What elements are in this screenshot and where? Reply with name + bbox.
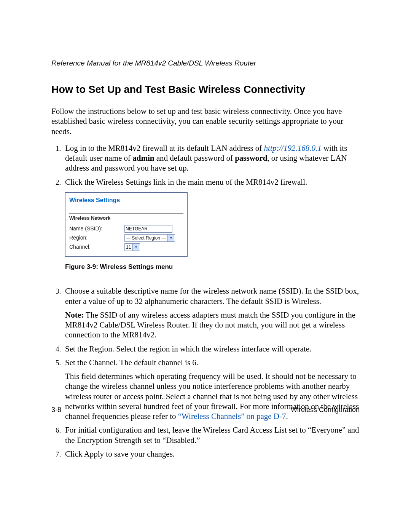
default-password: password [235,153,267,163]
manual-page: Reference Manual for the MR814v2 Cable/D… [0,0,411,532]
step-3: Choose a suitable descriptive name for t… [63,286,360,340]
region-select[interactable]: — Select Region — ▾ [124,234,175,242]
step-1-text-mid2: and default password of [154,153,235,163]
running-head: Reference Manual for the MR814v2 Cable/D… [51,59,360,67]
chapter-title: Wireless Configuration [291,406,360,414]
step-2: Click the Wireless Settings link in the … [63,177,360,271]
note-label: Note: [65,310,84,320]
step-6: For initial configuration and test, leav… [63,425,360,445]
step-4-text: Set the Region. Select the region in whi… [65,344,311,353]
page-title: How to Set Up and Test Basic Wireless Co… [51,84,360,96]
panel-section-heading: Wireless Network [69,213,183,224]
chevron-down-icon: ▾ [167,235,174,241]
figure-caption: Figure 3-9: Wireless Settings menu [65,263,360,271]
wireless-settings-panel: Wireless Settings Wireless Network Name … [65,192,188,257]
figure-3-9: Wireless Settings Wireless Network Name … [65,192,360,271]
intro-paragraph: Follow the instructions below to set up … [51,106,360,136]
ssid-row: Name (SSID): [69,225,183,233]
page-footer: 3-8 Wireless Configuration [51,402,360,414]
region-label: Region: [69,235,124,241]
step-3-p1: Choose a suitable descriptive name for t… [65,286,359,305]
chevron-down-icon: ▾ [132,244,139,251]
step-1-text-pre: Log in to the MR814v2 firewall at its de… [65,144,264,153]
step-1: Log in to the MR814v2 firewall at its de… [63,143,360,173]
step-7-text: Click Apply to save your changes. [65,449,175,459]
channel-select-value: 11 [126,244,132,250]
step-6-text: For initial configuration and test, leav… [65,425,359,444]
lan-address-link[interactable]: http://192.168.0.1 [264,144,322,153]
ssid-label: Name (SSID): [69,225,124,232]
ssid-input[interactable] [124,225,172,233]
footer-rule [51,402,360,402]
header-rule [51,70,360,70]
default-username: admin [132,153,154,163]
region-select-value: — Select Region — [126,235,167,241]
step-3-note: Note: The SSID of any wireless access ad… [65,310,360,340]
step-4: Set the Region. Select the region in whi… [63,344,360,354]
channel-row: Channel: 11 ▾ [69,243,183,251]
page-number: 3-8 [51,406,61,414]
region-row: Region: — Select Region — ▾ [69,234,183,242]
step-7: Click Apply to save your changes. [63,449,360,459]
note-body: The SSID of any wireless access adapters… [65,310,355,340]
panel-title: Wireless Settings [69,197,183,204]
step-2-text: Click the Wireless Settings link in the … [65,177,307,187]
channel-select[interactable]: 11 ▾ [124,243,140,251]
channel-label: Channel: [69,244,124,251]
step-5-p1: Set the Channel. The default channel is … [65,358,198,367]
